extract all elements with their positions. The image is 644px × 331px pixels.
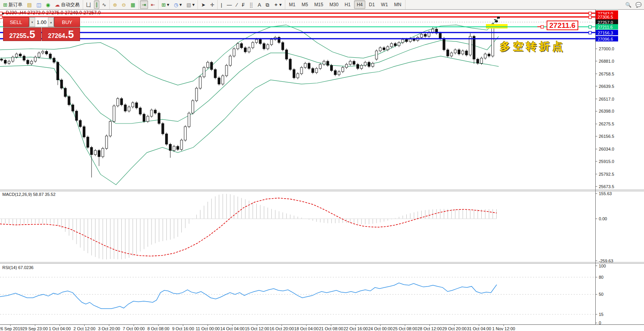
price-tag-label[interactable]: 27211.6 (547, 21, 578, 30)
timeframe-m15[interactable]: M15 (312, 0, 326, 9)
svg-text:80: 80 (599, 275, 603, 280)
toolbar-right: 🔍💬 (625, 2, 644, 8)
chat-icon[interactable]: 💬 (635, 2, 642, 8)
svg-text:18 Oct 04:00: 18 Oct 04:00 (294, 326, 319, 331)
zoom-in-button[interactable]: ⊕ (111, 0, 119, 9)
svg-text:14 Oct 04:00: 14 Oct 04:00 (220, 326, 245, 331)
periods-button[interactable]: ◷▾ (172, 0, 184, 9)
text-button[interactable]: A (256, 0, 263, 9)
svg-text:22 Oct 16:00: 22 Oct 16:00 (344, 326, 368, 331)
channel-button[interactable]: ⣿ (247, 0, 255, 9)
bar-chart-button[interactable]: ⼐ (84, 0, 93, 9)
label-icon: ⧉ (266, 2, 269, 7)
buy-price-dec: .5 (65, 28, 74, 41)
timeframe-m1[interactable]: M1 (286, 0, 298, 9)
trendline-button[interactable]: ∕ (235, 0, 239, 9)
periods-button-label: ▾ (179, 2, 182, 7)
buy-price[interactable]: 27264.5 (42, 27, 80, 41)
svg-text:15 Oct 12:00: 15 Oct 12:00 (245, 326, 269, 331)
svg-text:26034.0: 26034.0 (599, 147, 614, 151)
chart-shift-button[interactable]: ⇤ (149, 0, 157, 9)
charts-icon: ▤ (27, 2, 32, 7)
bar-chart-icon: ⼐ (86, 2, 91, 7)
svg-text:28 Oct 12:00: 28 Oct 12:00 (417, 326, 442, 331)
autotrading-button[interactable]: ☁自动交易 (53, 0, 82, 9)
cursor-button[interactable]: ➤ (199, 0, 207, 9)
volume-down-button[interactable]: ▼ (29, 17, 35, 27)
trendline-icon: ∕ (237, 2, 237, 7)
one-click-trading-panel: SELL ▼ 1.00 ▲ BUY 27255.5 27264.5 (3, 17, 80, 41)
crosshair-button[interactable]: ✛ (208, 0, 216, 9)
auto-scroll-icon: ⇥ (142, 2, 146, 7)
zoom-in-icon: ⊕ (113, 2, 117, 7)
charts-button[interactable]: ▤ (25, 0, 34, 9)
chart-ohlc-header: DJ30-,H4 27272.0 27275.0 27249.0 27257.0 (6, 10, 101, 15)
svg-text:7 Oct 00:00: 7 Oct 00:00 (123, 326, 145, 331)
timeframe-mn[interactable]: MN (392, 0, 404, 9)
candlestick-button[interactable]: ⫿ (94, 0, 99, 9)
svg-text:27096.6: 27096.6 (598, 37, 613, 41)
svg-text:31 Oct 04:00: 31 Oct 04:00 (467, 326, 491, 331)
sell-price-dec: .5 (26, 28, 35, 41)
line-chart-icon: ∿ (102, 2, 106, 7)
timeframe-d1[interactable]: D1 (366, 0, 377, 9)
indicators-button[interactable]: ⊞▾ (160, 0, 171, 9)
sell-button[interactable]: SELL (3, 17, 29, 27)
rsi-indicator-label: RSI(14) 67.0236 (2, 265, 34, 270)
svg-text:26275.5: 26275.5 (599, 122, 614, 126)
autotrading-button-label: 自动交易 (61, 2, 80, 8)
tile-windows-button[interactable]: ▦ (129, 0, 137, 9)
timeframe-group: M1M5M15M30H1H4D1W1MN (285, 0, 406, 9)
timeframe-m5[interactable]: M5 (299, 0, 311, 9)
label-button[interactable]: ⧉ (264, 0, 271, 9)
sell-price-int: 27255 (9, 29, 27, 43)
search-icon[interactable]: 🔍 (625, 2, 632, 8)
text-icon: A (258, 2, 261, 7)
toolbar: ⊞新订单▤◫◉☁自动交易⼐⫿∿⊕⊖▦⇥⇤⊞▾◷▾▧▾➤✛|—∕₣⣿A⧉✦▾M1M… (0, 0, 644, 10)
market-watch-button[interactable]: ◫ (34, 0, 43, 9)
timeframe-h1[interactable]: H1 (342, 0, 353, 9)
tile-windows-icon: ▦ (131, 2, 135, 7)
svg-text:27156.3: 27156.3 (598, 31, 613, 35)
fibo-button[interactable]: ₣ (240, 0, 247, 9)
volume-value[interactable]: 1.00 (35, 17, 48, 27)
svg-text:27257.0: 27257.0 (598, 20, 613, 25)
autotrading-icon: ☁ (55, 2, 60, 7)
buy-button[interactable]: BUY (54, 17, 80, 27)
templates-button[interactable]: ▧▾ (184, 0, 196, 9)
templates-button-label: ▾ (192, 2, 194, 7)
timeframe-h4[interactable]: H4 (354, 0, 365, 9)
fibo-icon: ₣ (242, 2, 245, 7)
templates-icon: ▧ (186, 2, 191, 7)
auto-scroll-button[interactable]: ⇥ (140, 0, 148, 9)
svg-text:26156.5: 26156.5 (599, 134, 614, 139)
indicators-icon: ⊞ (162, 2, 166, 7)
volume-stepper[interactable]: ▼ 1.00 ▲ (29, 17, 55, 27)
svg-text:155.63: 155.63 (599, 191, 612, 196)
volume-up-button[interactable]: ▲ (48, 17, 54, 27)
signals-button[interactable]: ◉ (44, 0, 52, 9)
zoom-out-button[interactable]: ⊖ (120, 0, 128, 9)
vline-icon: | (221, 2, 222, 7)
shapes-icon: ✦ (274, 2, 278, 7)
line-chart-button[interactable]: ∿ (100, 0, 108, 9)
svg-text:27306.5: 27306.5 (598, 15, 613, 19)
shapes-button[interactable]: ✦▾ (272, 0, 284, 9)
chart-area[interactable]: 27000.026881.026758.526639.526517.026398… (0, 10, 644, 331)
svg-text:25 Oct 08:00: 25 Oct 08:00 (393, 326, 417, 331)
svg-text:25673.5: 25673.5 (599, 184, 614, 189)
new-order-button[interactable]: ⊞新订单 (1, 0, 24, 9)
one-click-expand-icon[interactable]: ▲ (1, 11, 5, 15)
sell-price[interactable]: 27255.5 (3, 27, 41, 41)
vline-button[interactable]: | (219, 0, 224, 9)
shapes-button-label: ▾ (279, 2, 282, 7)
hline-button[interactable]: — (225, 0, 234, 9)
timeframe-m30[interactable]: M30 (327, 0, 341, 9)
svg-text:100: 100 (599, 264, 606, 268)
new-order-icon: ⊞ (3, 2, 7, 7)
timeframe-w1[interactable]: W1 (378, 0, 391, 9)
toolbar-group-dropdowns: ⊞▾◷▾▧▾ (158, 0, 198, 9)
channel-icon: ⣿ (249, 2, 253, 7)
chart-canvas[interactable]: 27000.026881.026758.526639.526517.026398… (0, 10, 644, 331)
new-order-button-label: 新订单 (9, 2, 22, 8)
